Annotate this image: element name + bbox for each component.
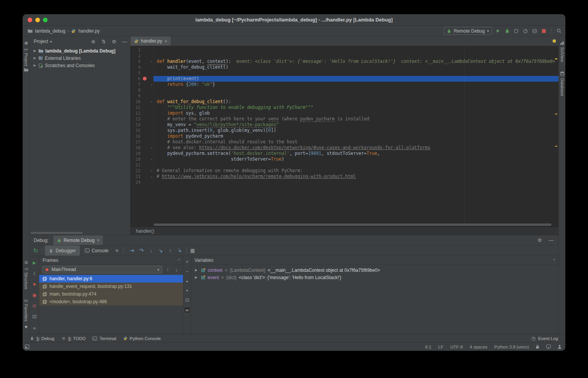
code-text[interactable] [154, 179, 558, 185]
gutter[interactable] [140, 64, 154, 70]
editor-horizontal-scrollbar[interactable] [130, 223, 558, 227]
code-editor[interactable]: 123▾def handler(event, context): event: … [130, 46, 558, 223]
toolwindow-button-favorites[interactable]: 2: Favorites ★ [23, 299, 30, 330]
view-as-table-icon[interactable]: ▦ [189, 247, 196, 254]
code-text[interactable]: pydevd_pycharm.settrace('host.docker.int… [154, 151, 558, 156]
code-text[interactable] [154, 53, 558, 59]
run-config-select[interactable]: Remote Debug ▾ [444, 27, 492, 35]
close-window-button[interactable] [28, 18, 32, 22]
code-line[interactable]: 18▾ # see also: https://docs.docker.com/… [130, 145, 558, 151]
frame-row[interactable]: handle_event_request, bootstrap.py:131 [39, 283, 183, 290]
gear-icon[interactable]: ⚙ [111, 38, 117, 45]
gutter[interactable] [140, 47, 154, 53]
gutter[interactable]: ▴ [140, 82, 154, 87]
error-stripe-mark[interactable] [555, 146, 557, 147]
debug-session-tab[interactable]: Remote Debug × [53, 235, 103, 245]
fold-icon[interactable]: ▴ [150, 174, 152, 179]
pause-program-icon[interactable]: ‖ [31, 270, 38, 277]
breadcrumb-file[interactable]: handler.py [78, 28, 99, 34]
toolwindow-button-sciview[interactable]: SciView [560, 41, 565, 62]
fold-icon[interactable]: ▾ [150, 99, 152, 105]
fold-icon[interactable]: ▴ [150, 156, 152, 162]
show-execution-point-icon[interactable]: ⇥ [129, 247, 135, 254]
code-line[interactable]: 4 wait_for_debug_client() [130, 64, 558, 70]
chevron-right-icon[interactable]: ▶ [33, 64, 36, 67]
evaluate-expression-icon[interactable]: ∞ [184, 307, 190, 313]
tree-item-external-libraries[interactable]: ▶ External Libraries [30, 54, 130, 62]
code-text[interactable]: # https://www.jetbrains.com/help/pycharm… [154, 174, 558, 179]
toolwindow-button-debug[interactable]: 5: Debug [26, 334, 58, 342]
code-line[interactable]: 20▴ stderrToServer=True) [130, 156, 558, 162]
code-text[interactable]: # see also: https://docs.docker.com/desk… [154, 145, 558, 151]
hide-panel-icon[interactable]: — [121, 38, 128, 45]
code-line[interactable]: 13 # enter the correct path here to your… [130, 116, 558, 122]
code-text[interactable]: def handler(event, context): event: <cla… [154, 59, 558, 64]
code-line[interactable]: 8 [130, 87, 558, 93]
profiler-button[interactable] [522, 28, 529, 35]
remove-watch-icon[interactable]: − [184, 268, 190, 274]
code-text[interactable] [154, 93, 558, 99]
fold-icon[interactable]: ▾ [150, 168, 152, 174]
close-icon[interactable]: × [97, 238, 99, 243]
chevron-down-icon[interactable]: ▾ [50, 39, 52, 44]
run-to-cursor-icon[interactable]: ↳ [177, 247, 183, 254]
inspection-status-icon[interactable] [553, 39, 556, 43]
event-log-button[interactable]: ◷ Event Log [527, 335, 562, 342]
tree-item-scratches[interactable]: ▶ Scratches and Consoles [30, 62, 130, 69]
variable-row[interactable]: ▶ context = {LambdaContext} <__main__.La… [191, 266, 558, 274]
toolwindow-button-database[interactable]: Database [560, 71, 565, 96]
caret-position[interactable]: 6:1 [425, 345, 431, 349]
code-line[interactable]: 24 [130, 179, 558, 185]
code-text[interactable]: print(event) [154, 76, 558, 82]
step-out-icon[interactable]: ↑ [167, 247, 174, 254]
interpreter[interactable]: Python 3.8 (venv) [494, 345, 529, 349]
expand-icon[interactable]: ▶ [195, 268, 198, 272]
gutter[interactable] [140, 128, 154, 133]
code-line[interactable]: 6 print(event) [130, 76, 558, 82]
inspections-profile-icon[interactable] [558, 345, 562, 349]
move-up-icon[interactable]: ▲ [184, 278, 190, 284]
code-text[interactable]: def wait_for_debug_client(): [154, 99, 558, 105]
gutter[interactable] [140, 110, 154, 116]
code-text[interactable] [154, 70, 558, 76]
close-icon[interactable]: × [164, 38, 167, 44]
gutter[interactable]: ▾ [140, 59, 154, 64]
file-encoding[interactable]: UTF-8 [450, 345, 463, 349]
tree-item-project-root[interactable]: ▶ lambda_debug [Lambda Debug] [30, 47, 130, 54]
error-stripe-mark[interactable] [555, 58, 557, 59]
toolwindow-button-structure[interactable]: ▤ 7: Structure [23, 259, 30, 289]
code-text[interactable]: # General information on remote debuggin… [154, 168, 558, 174]
gutter[interactable]: ▾ [140, 99, 154, 105]
view-breakpoints-icon[interactable]: ◉ [31, 291, 38, 298]
lock-icon[interactable] [536, 345, 539, 349]
run-button[interactable] [494, 28, 501, 35]
title-bar[interactable]: lambda_debug [~/PycharmProjects/lambda_d… [23, 14, 565, 26]
minimize-window-button[interactable] [35, 18, 40, 22]
gutter[interactable] [140, 93, 154, 99]
restore-layout-icon[interactable]: ⊡ [31, 313, 38, 320]
code-line[interactable]: 21 [130, 162, 558, 168]
gutter[interactable]: ▴ [140, 156, 154, 162]
stop-button[interactable] [540, 28, 547, 35]
code-line[interactable]: 23▴# https://www.jetbrains.com/help/pych… [130, 174, 558, 179]
toolwindow-button-python-console[interactable]: Python Console [120, 334, 164, 342]
gutter[interactable] [140, 151, 154, 156]
frame-row[interactable]: <module>, bootstrap.py:486 [39, 298, 183, 306]
code-text[interactable]: wait_for_debug_client() [154, 64, 558, 70]
expand-icon[interactable]: ▶ [195, 276, 198, 279]
code-line[interactable]: 17 # host.docker.internal should resolve… [130, 139, 558, 145]
tab-console[interactable]: Console [81, 245, 112, 256]
code-line[interactable]: 10▾def wait_for_debug_client(): [130, 99, 558, 105]
chevron-right-icon[interactable]: ▶ [33, 49, 36, 53]
layout-settings-icon[interactable]: ≡ [114, 247, 121, 254]
debug-button[interactable] [504, 28, 510, 35]
gutter[interactable]: ▴ [140, 174, 154, 179]
code-text[interactable]: my_venv = "venv/lib/python*/site-package… [154, 122, 558, 128]
code-text[interactable]: # enter the correct path here to your ve… [154, 116, 558, 122]
code-line[interactable]: 11 """Utility function to enable debuggi… [130, 105, 558, 110]
concurrency-diagram-button[interactable] [531, 28, 538, 35]
pin-icon[interactable]: * [178, 258, 180, 263]
add-watch-icon[interactable]: + [184, 259, 190, 265]
fold-icon[interactable]: ▾ [150, 59, 152, 64]
code-line[interactable]: 14 my_venv = "venv/lib/python*/site-pack… [130, 122, 558, 128]
